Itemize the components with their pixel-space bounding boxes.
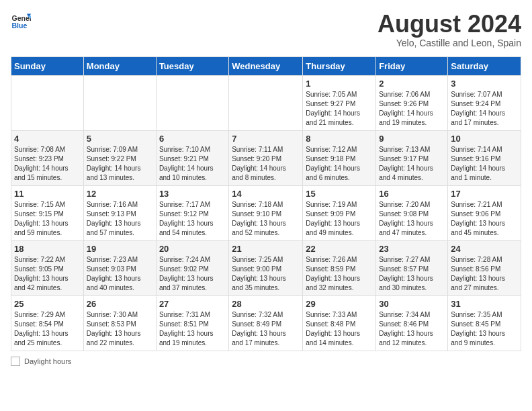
- calendar-cell-w4-d3: 28Sunrise: 7:32 AM Sunset: 8:49 PM Dayli…: [229, 295, 303, 351]
- calendar-cell-w0-d1: [83, 75, 156, 130]
- day-info: Sunrise: 7:33 AM Sunset: 8:48 PM Dayligh…: [306, 310, 373, 348]
- title-area: August 2024 Yelo, Castille and Leon, Spa…: [378, 11, 521, 48]
- day-info: Sunrise: 7:34 AM Sunset: 8:46 PM Dayligh…: [379, 310, 445, 348]
- calendar-cell-w0-d5: 2Sunrise: 7:06 AM Sunset: 9:26 PM Daylig…: [376, 75, 448, 130]
- day-info: Sunrise: 7:09 AM Sunset: 9:22 PM Dayligh…: [87, 145, 153, 183]
- day-info: Sunrise: 7:14 AM Sunset: 9:16 PM Dayligh…: [451, 145, 518, 183]
- calendar-cell-w2-d5: 16Sunrise: 7:20 AM Sunset: 9:08 PM Dayli…: [376, 185, 448, 240]
- day-number: 17: [451, 189, 518, 199]
- logo-icon: General Blue: [11, 11, 31, 31]
- month-year: August 2024: [378, 11, 521, 38]
- day-number: 19: [87, 244, 153, 254]
- calendar-cell-w2-d3: 14Sunrise: 7:18 AM Sunset: 9:10 PM Dayli…: [229, 185, 303, 240]
- day-info: Sunrise: 7:10 AM Sunset: 9:21 PM Dayligh…: [159, 145, 226, 183]
- weekday-header-sunday: Sunday: [11, 56, 84, 75]
- weekday-header-friday: Friday: [376, 56, 448, 75]
- calendar-cell-w3-d4: 22Sunrise: 7:26 AM Sunset: 8:59 PM Dayli…: [303, 240, 376, 295]
- svg-text:Blue: Blue: [12, 21, 28, 30]
- day-info: Sunrise: 7:21 AM Sunset: 9:06 PM Dayligh…: [451, 200, 518, 238]
- calendar-cell-w1-d3: 7Sunrise: 7:11 AM Sunset: 9:20 PM Daylig…: [229, 130, 303, 185]
- day-info: Sunrise: 7:13 AM Sunset: 9:17 PM Dayligh…: [379, 145, 445, 183]
- calendar-cell-w0-d2: [156, 75, 228, 130]
- day-number: 16: [379, 189, 445, 199]
- day-info: Sunrise: 7:35 AM Sunset: 8:45 PM Dayligh…: [451, 310, 518, 348]
- calendar-cell-w0-d0: [11, 75, 84, 130]
- weekday-header-monday: Monday: [83, 56, 156, 75]
- day-number: 28: [232, 299, 300, 309]
- day-number: 1: [306, 79, 373, 89]
- calendar-cell-w0-d6: 3Sunrise: 7:07 AM Sunset: 9:24 PM Daylig…: [448, 75, 521, 130]
- day-number: 12: [87, 189, 153, 199]
- day-info: Sunrise: 7:28 AM Sunset: 8:56 PM Dayligh…: [451, 255, 518, 293]
- calendar-cell-w4-d0: 25Sunrise: 7:29 AM Sunset: 8:54 PM Dayli…: [11, 295, 84, 351]
- calendar-cell-w1-d0: 4Sunrise: 7:08 AM Sunset: 9:23 PM Daylig…: [11, 130, 84, 185]
- day-number: 21: [232, 244, 300, 254]
- day-number: 9: [379, 134, 445, 144]
- day-info: Sunrise: 7:27 AM Sunset: 8:57 PM Dayligh…: [379, 255, 445, 293]
- day-info: Sunrise: 7:06 AM Sunset: 9:26 PM Dayligh…: [379, 90, 445, 128]
- calendar-cell-w4-d4: 29Sunrise: 7:33 AM Sunset: 8:48 PM Dayli…: [303, 295, 376, 351]
- calendar-cell-w3-d1: 19Sunrise: 7:23 AM Sunset: 9:03 PM Dayli…: [83, 240, 156, 295]
- calendar-table: SundayMondayTuesdayWednesdayThursdayFrid…: [11, 56, 521, 351]
- day-number: 7: [232, 134, 300, 144]
- calendar-cell-w2-d1: 12Sunrise: 7:16 AM Sunset: 9:13 PM Dayli…: [83, 185, 156, 240]
- day-info: Sunrise: 7:31 AM Sunset: 8:51 PM Dayligh…: [159, 310, 226, 348]
- day-number: 2: [379, 79, 445, 89]
- day-number: 26: [87, 299, 153, 309]
- day-info: Sunrise: 7:15 AM Sunset: 9:15 PM Dayligh…: [14, 200, 81, 238]
- day-info: Sunrise: 7:32 AM Sunset: 8:49 PM Dayligh…: [232, 310, 300, 348]
- day-number: 20: [159, 244, 226, 254]
- day-info: Sunrise: 7:18 AM Sunset: 9:10 PM Dayligh…: [232, 200, 300, 238]
- calendar-cell-w4-d2: 27Sunrise: 7:31 AM Sunset: 8:51 PM Dayli…: [156, 295, 228, 351]
- day-info: Sunrise: 7:16 AM Sunset: 9:13 PM Dayligh…: [87, 200, 153, 238]
- calendar-cell-w1-d4: 8Sunrise: 7:12 AM Sunset: 9:18 PM Daylig…: [303, 130, 376, 185]
- calendar-cell-w1-d5: 9Sunrise: 7:13 AM Sunset: 9:17 PM Daylig…: [376, 130, 448, 185]
- calendar-cell-w3-d6: 24Sunrise: 7:28 AM Sunset: 8:56 PM Dayli…: [448, 240, 521, 295]
- calendar-cell-w2-d2: 13Sunrise: 7:17 AM Sunset: 9:12 PM Dayli…: [156, 185, 228, 240]
- day-info: Sunrise: 7:26 AM Sunset: 8:59 PM Dayligh…: [306, 255, 373, 293]
- legend-label: Daylight hours: [24, 357, 71, 365]
- header: General Blue August 2024 Yelo, Castille …: [11, 11, 521, 48]
- legend-box: [11, 357, 20, 366]
- day-info: Sunrise: 7:11 AM Sunset: 9:20 PM Dayligh…: [232, 145, 300, 183]
- weekday-header-wednesday: Wednesday: [229, 56, 303, 75]
- day-info: Sunrise: 7:19 AM Sunset: 9:09 PM Dayligh…: [306, 200, 373, 238]
- day-number: 30: [379, 299, 445, 309]
- day-number: 23: [379, 244, 445, 254]
- day-number: 18: [14, 244, 81, 254]
- day-number: 5: [87, 134, 153, 144]
- day-info: Sunrise: 7:22 AM Sunset: 9:05 PM Dayligh…: [14, 255, 81, 293]
- day-number: 3: [451, 79, 518, 89]
- weekday-header-thursday: Thursday: [303, 56, 376, 75]
- day-number: 24: [451, 244, 518, 254]
- day-number: 25: [14, 299, 81, 309]
- day-number: 10: [451, 134, 518, 144]
- day-info: Sunrise: 7:25 AM Sunset: 9:00 PM Dayligh…: [232, 255, 300, 293]
- day-info: Sunrise: 7:29 AM Sunset: 8:54 PM Dayligh…: [14, 310, 81, 348]
- day-number: 4: [14, 134, 81, 144]
- footer-note: Daylight hours: [11, 357, 521, 366]
- calendar-cell-w2-d6: 17Sunrise: 7:21 AM Sunset: 9:06 PM Dayli…: [448, 185, 521, 240]
- day-number: 8: [306, 134, 373, 144]
- weekday-header-saturday: Saturday: [448, 56, 521, 75]
- calendar-cell-w1-d1: 5Sunrise: 7:09 AM Sunset: 9:22 PM Daylig…: [83, 130, 156, 185]
- calendar-cell-w0-d3: [229, 75, 303, 130]
- day-number: 15: [306, 189, 373, 199]
- calendar-cell-w3-d2: 20Sunrise: 7:24 AM Sunset: 9:02 PM Dayli…: [156, 240, 228, 295]
- calendar-cell-w1-d6: 10Sunrise: 7:14 AM Sunset: 9:16 PM Dayli…: [448, 130, 521, 185]
- day-info: Sunrise: 7:05 AM Sunset: 9:27 PM Dayligh…: [306, 90, 373, 128]
- weekday-header-tuesday: Tuesday: [156, 56, 228, 75]
- calendar-cell-w4-d1: 26Sunrise: 7:30 AM Sunset: 8:53 PM Dayli…: [83, 295, 156, 351]
- calendar-cell-w2-d0: 11Sunrise: 7:15 AM Sunset: 9:15 PM Dayli…: [11, 185, 84, 240]
- day-number: 31: [451, 299, 518, 309]
- day-number: 14: [232, 189, 300, 199]
- location: Yelo, Castille and Leon, Spain: [378, 38, 521, 48]
- day-info: Sunrise: 7:08 AM Sunset: 9:23 PM Dayligh…: [14, 145, 81, 183]
- day-number: 27: [159, 299, 226, 309]
- day-info: Sunrise: 7:12 AM Sunset: 9:18 PM Dayligh…: [306, 145, 373, 183]
- day-number: 11: [14, 189, 81, 199]
- day-number: 6: [159, 134, 226, 144]
- calendar-cell-w3-d0: 18Sunrise: 7:22 AM Sunset: 9:05 PM Dayli…: [11, 240, 84, 295]
- day-info: Sunrise: 7:07 AM Sunset: 9:24 PM Dayligh…: [451, 90, 518, 128]
- calendar-cell-w2-d4: 15Sunrise: 7:19 AM Sunset: 9:09 PM Dayli…: [303, 185, 376, 240]
